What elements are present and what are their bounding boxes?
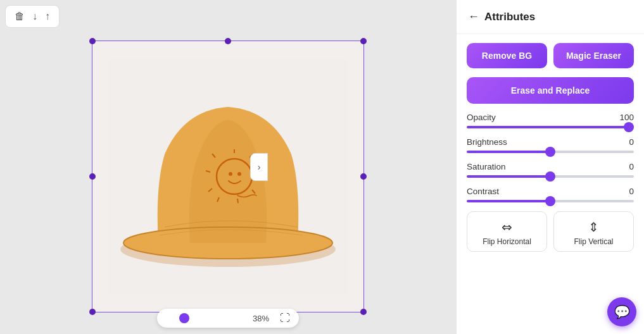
sidebar: ← Attributes Remove BG Magic Eraser Eras…	[456, 0, 644, 334]
remove-bg-button[interactable]: Remove BG	[467, 43, 547, 68]
magic-eraser-button[interactable]: Magic Eraser	[553, 43, 634, 68]
chat-bubble-button[interactable]: 💬	[607, 297, 636, 326]
brightness-slider[interactable]	[467, 151, 634, 153]
svg-point-14	[229, 172, 232, 176]
zoom-slider[interactable]	[166, 317, 248, 319]
opacity-value: 100	[619, 113, 634, 122]
move-down-button[interactable]: ↓	[30, 9, 40, 23]
opacity-slider[interactable]	[467, 126, 634, 128]
contrast-section: Contrast 0	[467, 187, 634, 202]
flip-vertical-button[interactable]: ⇕ Flip Vertical	[553, 211, 634, 252]
opacity-label: Opacity	[467, 113, 496, 122]
opacity-section: Opacity 100	[467, 113, 634, 128]
move-up-button[interactable]: ↑	[42, 9, 53, 23]
action-buttons-row: Remove BG Magic Eraser	[467, 43, 634, 68]
zoom-expand-button[interactable]: ⛶	[280, 312, 290, 324]
zoom-bar: 38% ⛶	[157, 309, 299, 328]
saturation-slider[interactable]	[467, 175, 634, 178]
erase-replace-button[interactable]: Erase and Replace	[467, 77, 634, 104]
back-button[interactable]: ←	[468, 10, 479, 23]
brightness-value: 0	[629, 137, 634, 147]
brightness-section: Brightness 0	[467, 137, 634, 153]
flip-horizontal-label: Flip Horizontal	[483, 237, 531, 246]
toolbar: 🗑 ↓ ↑	[5, 5, 60, 28]
selected-image-container	[92, 40, 364, 312]
sidebar-content: Remove BG Magic Eraser Erase and Replace…	[457, 34, 644, 261]
sidebar-header: ← Attributes	[457, 0, 644, 34]
brightness-label: Brightness	[467, 137, 507, 147]
flip-horizontal-button[interactable]: ⇔ Flip Horizontal	[467, 211, 547, 252]
svg-point-15	[237, 172, 241, 176]
flip-vertical-icon: ⇕	[588, 220, 599, 235]
saturation-label: Saturation	[467, 162, 506, 171]
contrast-value: 0	[629, 187, 634, 196]
saturation-value: 0	[629, 162, 634, 171]
svg-line-9	[237, 199, 238, 203]
contrast-slider[interactable]	[467, 200, 634, 202]
collapse-toggle[interactable]: ›	[250, 153, 268, 181]
flip-vertical-label: Flip Vertical	[574, 237, 613, 246]
saturation-section: Saturation 0	[467, 162, 634, 178]
canvas-area: 🗑 ↓ ↑	[0, 0, 456, 334]
contrast-label: Contrast	[467, 187, 499, 196]
flip-horizontal-icon: ⇔	[502, 220, 512, 235]
hat-image[interactable]	[92, 40, 364, 312]
delete-button[interactable]: 🗑	[12, 9, 27, 23]
flip-buttons-row: ⇔ Flip Horizontal ⇕ Flip Vertical	[467, 211, 634, 252]
sidebar-title: Attributes	[484, 11, 535, 23]
zoom-percent-label: 38%	[253, 314, 275, 323]
